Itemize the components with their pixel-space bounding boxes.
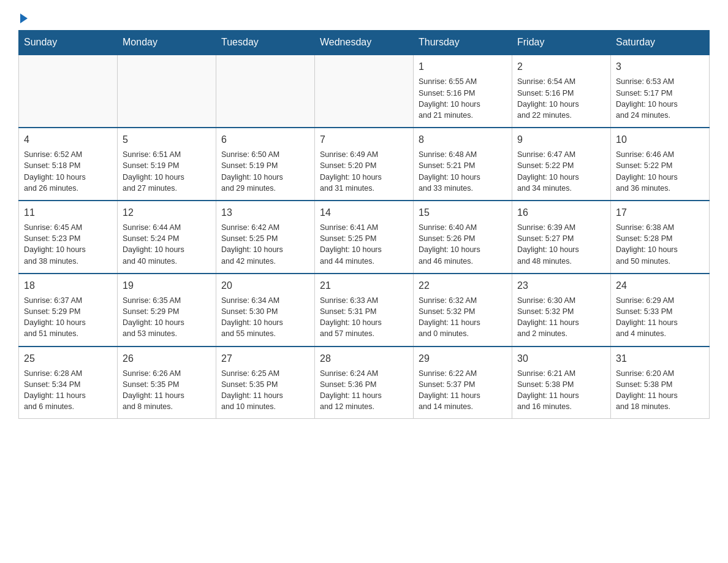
day-info-15: Sunrise: 6:40 AM Sunset: 5:26 PM Dayligh…: [419, 222, 507, 267]
day-number-13: 13: [221, 206, 309, 220]
cell-w3-d1: 12Sunrise: 6:44 AM Sunset: 5:24 PM Dayli…: [118, 201, 216, 274]
day-number-28: 28: [320, 352, 408, 366]
day-number-18: 18: [24, 279, 112, 293]
cell-w1-d4: 1Sunrise: 6:55 AM Sunset: 5:16 PM Daylig…: [414, 55, 512, 128]
day-number-5: 5: [123, 133, 211, 147]
day-info-17: Sunrise: 6:38 AM Sunset: 5:28 PM Dayligh…: [616, 222, 704, 267]
cell-w3-d2: 13Sunrise: 6:42 AM Sunset: 5:25 PM Dayli…: [216, 201, 315, 274]
cell-w3-d4: 15Sunrise: 6:40 AM Sunset: 5:26 PM Dayli…: [414, 201, 512, 274]
cell-w5-d1: 26Sunrise: 6:26 AM Sunset: 5:35 PM Dayli…: [118, 347, 216, 419]
day-number-4: 4: [24, 133, 112, 147]
week-row-4: 18Sunrise: 6:37 AM Sunset: 5:29 PM Dayli…: [19, 274, 710, 347]
cell-w2-d0: 4Sunrise: 6:52 AM Sunset: 5:18 PM Daylig…: [19, 128, 118, 201]
day-number-2: 2: [517, 60, 605, 74]
cell-w1-d1: [118, 55, 216, 128]
day-info-4: Sunrise: 6:52 AM Sunset: 5:18 PM Dayligh…: [24, 149, 112, 194]
week-row-2: 4Sunrise: 6:52 AM Sunset: 5:18 PM Daylig…: [19, 128, 710, 201]
day-info-20: Sunrise: 6:34 AM Sunset: 5:30 PM Dayligh…: [221, 295, 309, 340]
day-info-1: Sunrise: 6:55 AM Sunset: 5:16 PM Dayligh…: [419, 76, 507, 121]
day-number-6: 6: [221, 133, 309, 147]
logo-arrow-icon: [20, 13, 28, 23]
cell-w2-d2: 6Sunrise: 6:50 AM Sunset: 5:19 PM Daylig…: [216, 128, 315, 201]
col-thursday: Thursday: [414, 31, 512, 55]
day-info-27: Sunrise: 6:25 AM Sunset: 5:35 PM Dayligh…: [221, 368, 309, 413]
day-info-18: Sunrise: 6:37 AM Sunset: 5:29 PM Dayligh…: [24, 295, 112, 340]
cell-w3-d3: 14Sunrise: 6:41 AM Sunset: 5:25 PM Dayli…: [315, 201, 414, 274]
day-info-19: Sunrise: 6:35 AM Sunset: 5:29 PM Dayligh…: [123, 295, 211, 340]
day-info-9: Sunrise: 6:47 AM Sunset: 5:22 PM Dayligh…: [517, 149, 605, 194]
day-number-30: 30: [517, 352, 605, 366]
cell-w3-d6: 17Sunrise: 6:38 AM Sunset: 5:28 PM Dayli…: [611, 201, 710, 274]
cell-w5-d4: 29Sunrise: 6:22 AM Sunset: 5:37 PM Dayli…: [414, 347, 512, 419]
week-row-5: 25Sunrise: 6:28 AM Sunset: 5:34 PM Dayli…: [19, 347, 710, 419]
day-info-11: Sunrise: 6:45 AM Sunset: 5:23 PM Dayligh…: [24, 222, 112, 267]
col-monday: Monday: [118, 31, 216, 55]
cell-w1-d3: [315, 55, 414, 128]
calendar-table: Sunday Monday Tuesday Wednesday Thursday…: [18, 30, 710, 419]
day-info-3: Sunrise: 6:53 AM Sunset: 5:17 PM Dayligh…: [616, 76, 704, 121]
day-number-9: 9: [517, 133, 605, 147]
day-number-3: 3: [616, 60, 704, 74]
day-info-7: Sunrise: 6:49 AM Sunset: 5:20 PM Dayligh…: [320, 149, 408, 194]
day-info-6: Sunrise: 6:50 AM Sunset: 5:19 PM Dayligh…: [221, 149, 309, 194]
cell-w5-d6: 31Sunrise: 6:20 AM Sunset: 5:38 PM Dayli…: [611, 347, 710, 419]
cell-w2-d4: 8Sunrise: 6:48 AM Sunset: 5:21 PM Daylig…: [414, 128, 512, 201]
day-info-13: Sunrise: 6:42 AM Sunset: 5:25 PM Dayligh…: [221, 222, 309, 267]
day-number-12: 12: [123, 206, 211, 220]
cell-w4-d0: 18Sunrise: 6:37 AM Sunset: 5:29 PM Dayli…: [19, 274, 118, 347]
day-info-16: Sunrise: 6:39 AM Sunset: 5:27 PM Dayligh…: [517, 222, 605, 267]
day-info-25: Sunrise: 6:28 AM Sunset: 5:34 PM Dayligh…: [24, 368, 112, 413]
day-number-20: 20: [221, 279, 309, 293]
day-number-27: 27: [221, 352, 309, 366]
cell-w4-d4: 22Sunrise: 6:32 AM Sunset: 5:32 PM Dayli…: [414, 274, 512, 347]
cell-w2-d1: 5Sunrise: 6:51 AM Sunset: 5:19 PM Daylig…: [118, 128, 216, 201]
day-info-5: Sunrise: 6:51 AM Sunset: 5:19 PM Dayligh…: [123, 149, 211, 194]
day-number-25: 25: [24, 352, 112, 366]
cell-w3-d0: 11Sunrise: 6:45 AM Sunset: 5:23 PM Dayli…: [19, 201, 118, 274]
col-wednesday: Wednesday: [315, 31, 414, 55]
day-number-29: 29: [419, 352, 507, 366]
day-number-7: 7: [320, 133, 408, 147]
day-info-2: Sunrise: 6:54 AM Sunset: 5:16 PM Dayligh…: [517, 76, 605, 121]
day-number-24: 24: [616, 279, 704, 293]
calendar-header-row: Sunday Monday Tuesday Wednesday Thursday…: [19, 31, 710, 55]
day-number-8: 8: [419, 133, 507, 147]
day-info-24: Sunrise: 6:29 AM Sunset: 5:33 PM Dayligh…: [616, 295, 704, 340]
col-saturday: Saturday: [611, 31, 710, 55]
day-info-28: Sunrise: 6:24 AM Sunset: 5:36 PM Dayligh…: [320, 368, 408, 413]
cell-w2-d3: 7Sunrise: 6:49 AM Sunset: 5:20 PM Daylig…: [315, 128, 414, 201]
day-number-19: 19: [123, 279, 211, 293]
cell-w2-d6: 10Sunrise: 6:46 AM Sunset: 5:22 PM Dayli…: [611, 128, 710, 201]
cell-w3-d5: 16Sunrise: 6:39 AM Sunset: 5:27 PM Dayli…: [512, 201, 611, 274]
day-number-17: 17: [616, 206, 704, 220]
day-info-31: Sunrise: 6:20 AM Sunset: 5:38 PM Dayligh…: [616, 368, 704, 413]
cell-w4-d6: 24Sunrise: 6:29 AM Sunset: 5:33 PM Dayli…: [611, 274, 710, 347]
cell-w5-d3: 28Sunrise: 6:24 AM Sunset: 5:36 PM Dayli…: [315, 347, 414, 419]
col-sunday: Sunday: [19, 31, 118, 55]
logo: [18, 12, 28, 23]
cell-w1-d2: [216, 55, 315, 128]
cell-w5-d5: 30Sunrise: 6:21 AM Sunset: 5:38 PM Dayli…: [512, 347, 611, 419]
day-info-8: Sunrise: 6:48 AM Sunset: 5:21 PM Dayligh…: [419, 149, 507, 194]
day-info-22: Sunrise: 6:32 AM Sunset: 5:32 PM Dayligh…: [419, 295, 507, 340]
day-info-14: Sunrise: 6:41 AM Sunset: 5:25 PM Dayligh…: [320, 222, 408, 267]
cell-w1-d5: 2Sunrise: 6:54 AM Sunset: 5:16 PM Daylig…: [512, 55, 611, 128]
col-friday: Friday: [512, 31, 611, 55]
col-tuesday: Tuesday: [216, 31, 315, 55]
cell-w4-d3: 21Sunrise: 6:33 AM Sunset: 5:31 PM Dayli…: [315, 274, 414, 347]
cell-w4-d2: 20Sunrise: 6:34 AM Sunset: 5:30 PM Dayli…: [216, 274, 315, 347]
day-info-12: Sunrise: 6:44 AM Sunset: 5:24 PM Dayligh…: [123, 222, 211, 267]
cell-w5-d0: 25Sunrise: 6:28 AM Sunset: 5:34 PM Dayli…: [19, 347, 118, 419]
day-info-30: Sunrise: 6:21 AM Sunset: 5:38 PM Dayligh…: [517, 368, 605, 413]
day-number-31: 31: [616, 352, 704, 366]
day-number-1: 1: [419, 60, 507, 74]
day-number-10: 10: [616, 133, 704, 147]
day-info-23: Sunrise: 6:30 AM Sunset: 5:32 PM Dayligh…: [517, 295, 605, 340]
cell-w1-d6: 3Sunrise: 6:53 AM Sunset: 5:17 PM Daylig…: [611, 55, 710, 128]
cell-w4-d5: 23Sunrise: 6:30 AM Sunset: 5:32 PM Dayli…: [512, 274, 611, 347]
cell-w5-d2: 27Sunrise: 6:25 AM Sunset: 5:35 PM Dayli…: [216, 347, 315, 419]
day-number-26: 26: [123, 352, 211, 366]
day-info-29: Sunrise: 6:22 AM Sunset: 5:37 PM Dayligh…: [419, 368, 507, 413]
day-number-14: 14: [320, 206, 408, 220]
cell-w4-d1: 19Sunrise: 6:35 AM Sunset: 5:29 PM Dayli…: [118, 274, 216, 347]
